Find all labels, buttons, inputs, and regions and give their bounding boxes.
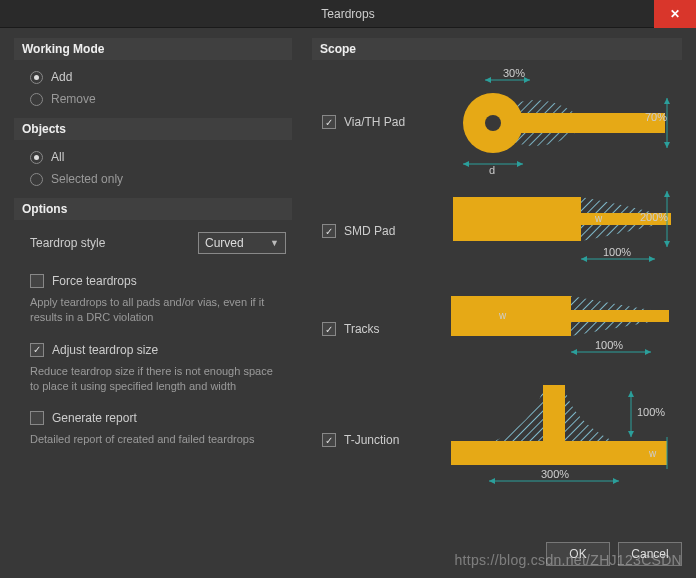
tracks-label: Tracks — [344, 322, 430, 336]
smd-label: SMD Pad — [344, 224, 430, 238]
adjust-teardrop-size-checkbox[interactable]: Adjust teardrop size — [30, 339, 292, 361]
svg-marker-11 — [664, 98, 670, 104]
adjust-teardrop-size-desc: Reduce teardrop size if there is not eno… — [30, 364, 292, 394]
force-teardrops-checkbox[interactable]: Force teardrops — [30, 270, 292, 292]
via-width-pct: 70% — [645, 111, 667, 123]
radio-icon — [30, 173, 43, 186]
working-mode-heading: Working Mode — [14, 38, 292, 60]
tjunction-width-pct: 100% — [637, 406, 665, 418]
via-checkbox[interactable] — [322, 115, 336, 129]
via-label: Via/TH Pad — [344, 115, 430, 129]
tjunction-label: T-Junction — [344, 433, 430, 447]
checkbox-icon — [30, 411, 44, 425]
tjunction-w-label: w — [648, 448, 657, 459]
smd-checkbox[interactable] — [322, 224, 336, 238]
svg-marker-9 — [517, 161, 523, 167]
svg-rect-29 — [451, 441, 667, 465]
objects-all-label: All — [51, 150, 64, 164]
svg-marker-36 — [489, 478, 495, 484]
tracks-len-pct: 100% — [595, 339, 623, 351]
svg-marker-34 — [628, 431, 634, 437]
working-mode-add-label: Add — [51, 70, 72, 84]
radio-icon — [30, 93, 43, 106]
svg-rect-23 — [451, 296, 571, 336]
adjust-teardrop-size-label: Adjust teardrop size — [52, 343, 158, 357]
title-bar: Teardrops ✕ — [0, 0, 696, 28]
objects-selected-only[interactable]: Selected only — [14, 168, 292, 190]
teardrop-style-select[interactable]: Curved ▼ — [198, 232, 286, 254]
tracks-checkbox[interactable] — [322, 322, 336, 336]
tracks-diagram: w 100% — [438, 286, 682, 372]
svg-point-5 — [485, 115, 501, 131]
objects-all[interactable]: All — [14, 146, 292, 168]
force-teardrops-label: Force teardrops — [52, 274, 137, 288]
generate-report-checkbox[interactable]: Generate report — [30, 407, 292, 429]
generate-report-desc: Detailed report of created and failed te… — [30, 432, 292, 447]
svg-marker-37 — [613, 478, 619, 484]
teardrop-style-value: Curved — [205, 236, 244, 250]
svg-marker-27 — [645, 349, 651, 355]
checkbox-icon — [30, 343, 44, 357]
radio-icon — [30, 151, 43, 164]
chevron-down-icon: ▼ — [270, 238, 279, 248]
radio-icon — [30, 71, 43, 84]
svg-marker-20 — [581, 256, 587, 262]
objects-selected-only-label: Selected only — [51, 172, 123, 186]
svg-rect-30 — [543, 385, 565, 441]
smd-len-pct: 100% — [603, 246, 631, 258]
tracks-w-label: w — [498, 310, 507, 321]
working-mode-remove[interactable]: Remove — [14, 88, 292, 110]
smd-width-pct: 200% — [640, 211, 668, 223]
working-mode-add[interactable]: Add — [14, 66, 292, 88]
ok-button[interactable]: OK — [546, 542, 610, 566]
dialog-title: Teardrops — [0, 7, 696, 21]
via-d-label: d — [489, 164, 495, 176]
svg-marker-8 — [463, 161, 469, 167]
force-teardrops-desc: Apply teardrops to all pads and/or vias,… — [30, 295, 292, 325]
via-len-pct: 30% — [503, 68, 525, 79]
svg-marker-26 — [571, 349, 577, 355]
via-diagram: 30% d 70% — [438, 68, 682, 176]
svg-marker-17 — [664, 191, 670, 197]
scope-heading: Scope — [312, 38, 682, 60]
objects-heading: Objects — [14, 118, 292, 140]
smd-w-label: w — [594, 213, 603, 224]
svg-rect-6 — [517, 113, 665, 133]
svg-marker-18 — [664, 241, 670, 247]
svg-marker-33 — [628, 391, 634, 397]
working-mode-remove-label: Remove — [51, 92, 96, 106]
smd-diagram: w 200% 100% — [438, 185, 682, 277]
cancel-button[interactable]: Cancel — [618, 542, 682, 566]
tjunction-len-pct: 300% — [541, 468, 569, 480]
svg-marker-2 — [485, 77, 491, 83]
svg-marker-21 — [649, 256, 655, 262]
teardrop-style-label: Teardrop style — [30, 236, 105, 250]
close-button[interactable]: ✕ — [654, 0, 696, 28]
svg-rect-24 — [571, 310, 669, 322]
generate-report-label: Generate report — [52, 411, 137, 425]
svg-rect-14 — [453, 197, 581, 241]
tjunction-checkbox[interactable] — [322, 433, 336, 447]
tjunction-diagram: w 100% 300% — [438, 381, 682, 499]
svg-marker-12 — [664, 142, 670, 148]
options-heading: Options — [14, 198, 292, 220]
checkbox-icon — [30, 274, 44, 288]
close-icon: ✕ — [670, 7, 680, 21]
